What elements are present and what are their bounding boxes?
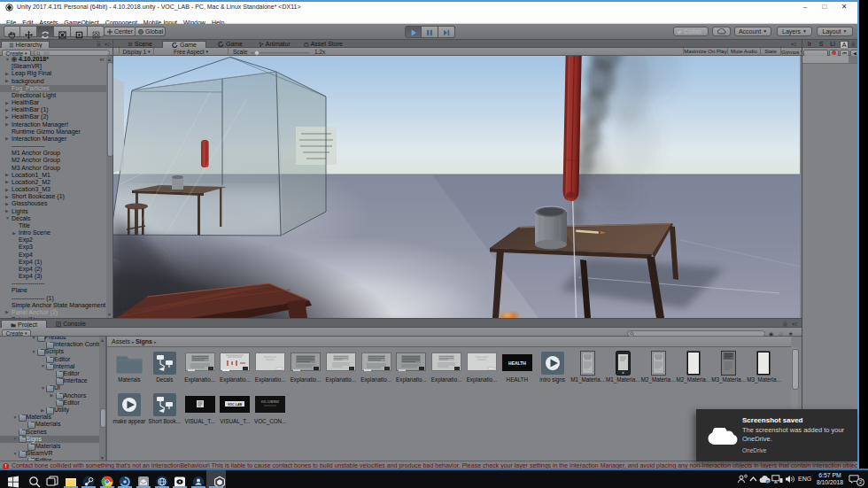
asset-m1-materia[interactable]: M1_Materia... <box>570 349 605 383</box>
hierarchy-search-input[interactable]: All <box>34 50 110 56</box>
collapse-arrow-icon[interactable]: ▼ <box>5 57 10 63</box>
collapse-arrow-icon[interactable]: ▼ <box>13 451 18 457</box>
stats-button[interactable]: Stats <box>760 48 780 56</box>
hierarchy-item[interactable]: M1 Anchor Group <box>0 150 106 157</box>
asset-visual-t[interactable]: VOC LABVISUAL_T... <box>217 391 252 425</box>
hierarchy-item[interactable]: M2 Anchor Group <box>0 157 106 164</box>
project-folder-item[interactable]: ▼Signs <box>0 436 99 443</box>
collapse-arrow-icon[interactable]: ▼ <box>13 436 18 442</box>
hierarchy-item[interactable]: Exp4 (2) <box>0 266 106 273</box>
project-folder-item[interactable]: ▼Materials <box>0 414 99 421</box>
project-folder-item[interactable]: Editor <box>0 370 99 377</box>
taskbar-start-icon[interactable] <box>7 473 19 485</box>
hierarchy-item[interactable]: Exp4 (3) <box>0 273 106 280</box>
tab-ir[interactable]: Ir <box>804 41 815 48</box>
panel-menu-icon[interactable]: ▾≡ <box>105 41 111 48</box>
step-button[interactable] <box>438 26 455 38</box>
search-by-type-icon[interactable]: ◉ <box>769 330 773 337</box>
expand-arrow-icon[interactable]: ▶ <box>5 201 9 207</box>
asset-explanatio[interactable]: Explanatio... <box>429 349 464 383</box>
project-folder-item[interactable]: ▶Utility <box>0 407 99 414</box>
expand-arrow-icon[interactable]: ▶ <box>41 407 44 414</box>
hierarchy-item[interactable]: [SteamVR] <box>0 63 106 70</box>
hierarchy-item[interactable]: ▶Location1_M1 <box>0 172 106 179</box>
tray-volume-icon[interactable] <box>785 475 795 484</box>
hierarchy-item[interactable]: Fog_Particles <box>0 85 106 92</box>
layers-dropdown[interactable]: Layers ▼ <box>777 27 812 36</box>
asset-decals[interactable]: Decals <box>147 349 182 383</box>
expand-arrow-icon[interactable]: ▶ <box>5 121 9 128</box>
tab-a[interactable]: A <box>840 41 849 48</box>
collapse-arrow-icon[interactable]: ▼ <box>32 349 36 355</box>
collapse-arrow-icon[interactable]: ▼ <box>13 414 18 421</box>
project-folder-item[interactable]: Editor <box>0 399 99 407</box>
tray-chevron-icon[interactable] <box>749 476 757 482</box>
scroll-down-arrow[interactable]: ▼ <box>106 312 112 317</box>
onedrive-notification[interactable]: Screenshot saved The screenshot was adde… <box>696 409 857 461</box>
tray-network-icon[interactable] <box>771 475 783 484</box>
asset-explanatio[interactable]: Explanatio... <box>252 349 288 383</box>
rotate-tool-button[interactable] <box>37 26 54 37</box>
hierarchy-item[interactable]: ▶Panel Anchor (2) <box>0 309 106 316</box>
expand-arrow-icon[interactable]: ▶ <box>5 107 9 113</box>
collapse-arrow-icon[interactable]: ▼ <box>32 337 36 341</box>
hierarchy-item[interactable]: ▼4.10.2018*▾≡ <box>0 56 106 63</box>
move-tool-button[interactable] <box>20 26 37 37</box>
project-folder-item[interactable]: Materials <box>0 421 99 428</box>
project-folder-item[interactable]: ▼Scripts <box>0 348 99 355</box>
tab-game-2[interactable]: Game <box>209 41 252 48</box>
collab-dropdown[interactable]: Collab ▼ <box>673 27 709 36</box>
tab-project[interactable]: Project <box>1 320 47 328</box>
expand-arrow-icon[interactable]: ▶ <box>5 194 9 200</box>
hierarchy-item[interactable]: ▶Intro Scene <box>0 229 106 236</box>
expand-arrow-icon[interactable]: ▶ <box>5 136 9 142</box>
game-viewport[interactable] <box>113 56 800 318</box>
expand-arrow-icon[interactable]: ▶ <box>5 208 9 214</box>
maximize-button[interactable]: □ <box>818 2 832 12</box>
taskbar-task-view-icon[interactable] <box>46 473 58 485</box>
project-folder-item[interactable]: Materials <box>0 443 99 450</box>
project-folder-item[interactable]: Editor <box>0 356 99 363</box>
space-toggle-button[interactable]: Global <box>136 27 166 36</box>
rect-tool-button[interactable] <box>71 26 88 37</box>
tab-s[interactable]: S <box>817 41 825 48</box>
maximize-on-play-button[interactable]: Maximize On Play <box>683 48 727 56</box>
breadcrumb-assets[interactable]: Assets <box>112 338 130 345</box>
asset-m1-materia[interactable]: M1_Materia... <box>605 349 640 383</box>
expand-arrow-icon[interactable]: ▶ <box>5 78 9 84</box>
scrollbar-thumb[interactable] <box>107 62 113 157</box>
breadcrumb-signs[interactable]: Signs <box>136 338 152 345</box>
minimize-button[interactable]: – <box>798 2 812 12</box>
taskbar-search-icon[interactable] <box>28 473 41 485</box>
hierarchy-item[interactable]: ---------------- <box>0 143 106 150</box>
collapse-arrow-icon[interactable]: ▼ <box>41 385 45 391</box>
project-folder-item[interactable]: ▼UI <box>0 384 99 391</box>
title-bar[interactable]: Unity 2017.4.1f1 Personal (64bit) - 4.10… <box>0 2 857 12</box>
taskbar-photos-icon[interactable] <box>119 473 131 485</box>
project-folder-item[interactable]: ▼Internal <box>0 363 99 370</box>
search-by-label-icon[interactable]: ◇ <box>779 330 783 337</box>
cloud-button[interactable] <box>712 27 731 36</box>
tab-console[interactable]: Console <box>50 320 92 328</box>
tab-hierarchy[interactable]: Hierarchy <box>1 41 50 48</box>
tray-onedrive-icon[interactable] <box>759 476 771 484</box>
hierarchy-item[interactable]: Runtime Gizmo Manager <box>0 128 106 136</box>
pane-menu-icon[interactable]: ▾≡ <box>791 41 797 48</box>
asset-m2-materia[interactable]: M2_Materia... <box>640 349 676 383</box>
expand-arrow-icon[interactable]: ▶ <box>50 392 54 399</box>
collapse-arrow-icon[interactable]: ▼ <box>5 215 10 221</box>
clock[interactable]: 6:57 PM8/10/2018 <box>813 472 847 486</box>
expand-arrow-icon[interactable]: ▶ <box>5 71 9 77</box>
project-create-button[interactable]: Create ▾ <box>2 329 31 337</box>
taskbar-globe-icon[interactable] <box>156 473 168 485</box>
gizmos-dropdown[interactable]: Gizmos ▾ <box>780 48 802 56</box>
hierarchy-item[interactable]: ▶Leap Rig Final <box>0 70 106 77</box>
tab-li[interactable]: Li <box>827 41 838 48</box>
hierarchy-item[interactable]: ▶Lights <box>0 208 106 215</box>
hierarchy-item[interactable]: ▼Decals <box>0 215 106 222</box>
hierarchy-item[interactable]: ▶Interaction Manager <box>0 136 106 143</box>
hierarchy-item[interactable]: ---------------- (1) <box>0 295 106 302</box>
expand-arrow-icon[interactable]: ▶ <box>12 230 16 236</box>
hierarchy-item[interactable]: ▶background <box>0 78 106 85</box>
scroll-up-arrow[interactable]: ▲ <box>99 337 105 343</box>
